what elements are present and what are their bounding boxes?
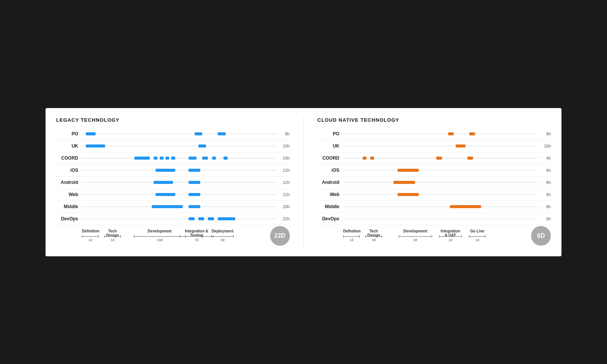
gantt-bar: [195, 132, 202, 135]
row-hours: 10h: [276, 144, 290, 148]
row-track: [82, 128, 276, 140]
cloud-total: 6D: [531, 226, 551, 246]
gantt-bar: [448, 132, 454, 135]
row-track: [82, 188, 276, 201]
dotted-line: [343, 170, 538, 171]
phase-measure: 3d: [399, 235, 432, 242]
row-label: Web: [56, 192, 82, 197]
cloud-title: CLOUD NATIVE TECHNOLOGY: [318, 117, 551, 123]
row-hours: 6h: [537, 192, 551, 197]
chart-row: Android12h: [56, 177, 290, 189]
phase-measure: 3d: [211, 235, 234, 242]
gantt-bar: [450, 205, 481, 208]
chart-row: Middle8h: [318, 201, 551, 213]
gantt-bar: [189, 157, 196, 160]
row-track: [82, 140, 276, 152]
row-track: [343, 140, 538, 152]
row-hours: 20h: [276, 204, 290, 209]
row-label: COORD: [318, 155, 343, 161]
gantt-bar: [398, 193, 419, 196]
phase-label: Definition: [82, 229, 99, 233]
phase-days: 3d: [220, 238, 224, 242]
gantt-bar: [218, 132, 225, 135]
dotted-line: [343, 134, 538, 134]
row-track: [82, 176, 276, 188]
dotted-line: [343, 207, 538, 207]
chart-row: PO8h: [56, 128, 290, 140]
row-label: Web: [318, 192, 343, 197]
gantt-bar: [152, 205, 183, 208]
phase-days: 7d: [195, 238, 198, 242]
chart-row: Web6h: [318, 189, 551, 201]
phase-measure: 1d: [469, 235, 486, 242]
chart-row: COORD4h: [318, 152, 551, 165]
gantt-bar: [198, 217, 204, 220]
gantt-bar: [171, 157, 175, 160]
chart-row: iOS12h: [56, 165, 290, 177]
phase-days: 1d: [88, 238, 92, 242]
row-track: [82, 152, 276, 164]
chart-row: UK10h: [56, 140, 290, 152]
gantt-bar: [189, 217, 194, 220]
dotted-line: [82, 219, 276, 219]
gantt-bar: [393, 181, 415, 184]
chart-row: Middle20h: [56, 201, 290, 213]
cloud-panel: CLOUD NATIVE TECHNOLOGY PO8hUK10hCOORD4h…: [318, 117, 551, 249]
chart-row: UK10h: [318, 140, 551, 152]
gantt-bar: [160, 157, 164, 160]
row-track: [82, 201, 276, 213]
gantt-bar: [456, 144, 465, 147]
chart-row: DevOps0h: [318, 213, 551, 225]
gantt-bar: [189, 169, 200, 172]
dotted-line: [82, 146, 276, 146]
gantt-bar: [154, 181, 173, 184]
panel-divider: [304, 117, 304, 249]
chart-row: Android6h: [318, 177, 551, 189]
phase-days: 1d: [448, 238, 452, 242]
row-hours: 10h: [537, 144, 551, 148]
row-track: [343, 164, 538, 176]
row-hours: 12h: [276, 192, 290, 197]
row-track: [343, 201, 538, 213]
row-label: Android: [318, 180, 343, 185]
row-label: Middle: [56, 204, 82, 209]
row-hours: 6h: [537, 168, 551, 173]
row-track: [82, 213, 276, 225]
row-label: Middle: [318, 204, 343, 209]
dotted-line: [82, 158, 276, 158]
gantt-bar: [156, 169, 175, 172]
phase-label: Development: [399, 229, 432, 233]
gantt-bar: [156, 193, 175, 196]
dotted-line: [82, 170, 276, 171]
gantt-bar: [223, 157, 227, 160]
row-label: iOS: [318, 168, 343, 173]
gantt-bar: [370, 157, 374, 160]
row-hours: 0h: [537, 217, 551, 221]
row-label: DevOps: [318, 216, 343, 221]
legacy-title: LEGACY TECHNOLOGY: [56, 117, 290, 123]
legacy-footer: Definition1dTech Design1dDevelopment10dI…: [56, 229, 290, 249]
dotted-line: [343, 219, 538, 219]
gantt-bar: [218, 217, 235, 220]
cloud-chart: PO8hUK10hCOORD4hiOS6hAndroid6hWeb6hMiddl…: [318, 128, 551, 225]
phase-measure: 3d: [365, 235, 382, 242]
gantt-bar: [134, 157, 150, 160]
gantt-bar: [189, 181, 200, 184]
phase-days: 1d: [349, 238, 353, 242]
phase-measure: 1d: [343, 235, 360, 242]
gantt-bar: [86, 132, 96, 135]
phase-days: 10d: [157, 238, 162, 242]
row-label: UK: [56, 143, 82, 149]
row-label: PO: [318, 131, 343, 136]
phase-days: 3d: [414, 238, 417, 242]
row-hours: 4h: [537, 156, 551, 160]
gantt-bar: [165, 157, 169, 160]
dotted-line: [343, 146, 538, 146]
row-hours: 8h: [276, 132, 290, 136]
phase-measure: 1d: [82, 235, 99, 242]
row-hours: 12h: [276, 180, 290, 185]
gantt-bar: [189, 193, 200, 196]
row-hours: 19h: [276, 156, 290, 160]
row-hours: 22h: [276, 217, 290, 221]
row-track: [82, 164, 276, 176]
